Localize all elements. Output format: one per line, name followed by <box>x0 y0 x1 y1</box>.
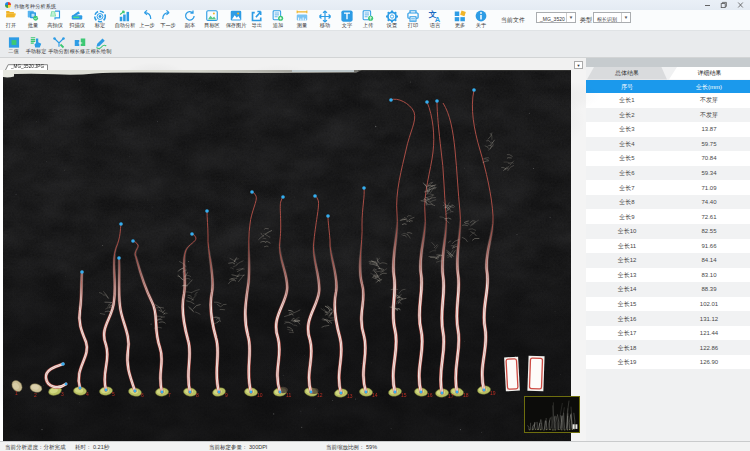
svg-text:2: 2 <box>34 392 37 398</box>
svg-text:19: 19 <box>490 390 496 396</box>
svg-text:3: 3 <box>61 391 64 397</box>
svg-text:14: 14 <box>372 392 378 398</box>
svg-text:17: 17 <box>448 393 454 399</box>
svg-text:1: 1 <box>15 390 18 396</box>
svg-text:16: 16 <box>427 392 433 398</box>
svg-text:5: 5 <box>112 391 115 397</box>
svg-text:9: 9 <box>225 392 228 398</box>
svg-text:15: 15 <box>401 392 407 398</box>
svg-text:4: 4 <box>86 391 89 397</box>
svg-text:12: 12 <box>317 392 323 398</box>
svg-text:6: 6 <box>141 392 144 398</box>
svg-text:7: 7 <box>168 392 171 398</box>
svg-text:13: 13 <box>347 393 353 399</box>
svg-text:10: 10 <box>257 392 263 398</box>
svg-text:11: 11 <box>286 392 291 398</box>
svg-text:8: 8 <box>196 392 199 398</box>
svg-text:18: 18 <box>463 392 469 398</box>
